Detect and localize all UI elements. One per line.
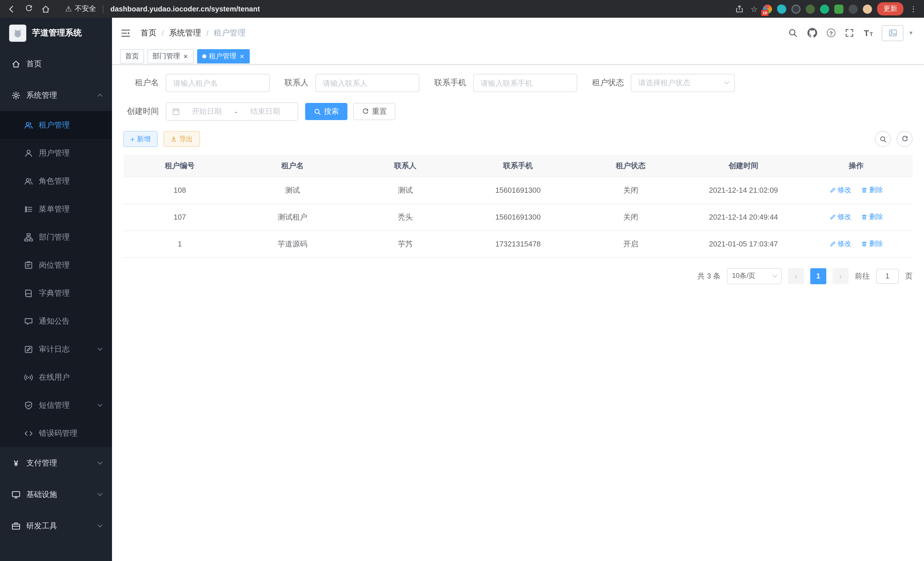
- delete-link[interactable]: 删除: [861, 212, 883, 222]
- sidebar-item-post-management[interactable]: 岗位管理: [0, 251, 112, 279]
- breadcrumb-separator: /: [206, 28, 208, 38]
- extension-icon-3[interactable]: [791, 4, 801, 14]
- sidebar: 芋道管理系统 首页 系统管理 租户管理 用户管理: [0, 18, 112, 561]
- extension-icon-2[interactable]: [777, 4, 786, 14]
- create-time-range-picker[interactable]: 开始日期 - 结束日期: [166, 102, 298, 121]
- avatar[interactable]: [882, 25, 904, 41]
- extension-icon-8[interactable]: [863, 4, 872, 14]
- edit-link[interactable]: 修改: [830, 212, 851, 222]
- reset-button[interactable]: 重置: [353, 103, 395, 120]
- sidebar-item-system-management[interactable]: 系统管理: [0, 80, 112, 111]
- extension-icon-5[interactable]: [820, 4, 829, 14]
- cell-created: 2021-12-14 20:49:44: [687, 204, 800, 230]
- sidebar-item-dept-management[interactable]: 部门管理: [0, 223, 112, 251]
- browser-menu-icon[interactable]: ⋮: [909, 5, 918, 13]
- col-contact: 联系人: [349, 155, 462, 177]
- export-button[interactable]: 导出: [163, 131, 200, 147]
- tab-dept-management[interactable]: 部门管理 ×: [147, 49, 194, 63]
- col-status: 租户状态: [574, 155, 687, 177]
- sidebar-item-online-users[interactable]: 在线用户: [0, 363, 112, 391]
- status-placeholder: 请选择租户状态: [638, 78, 690, 88]
- contact-input[interactable]: [315, 74, 419, 92]
- delete-link[interactable]: 删除: [861, 239, 883, 249]
- page-size-select[interactable]: 10条/页: [727, 268, 782, 284]
- book-icon: [24, 289, 33, 298]
- tenant-name-input[interactable]: [166, 74, 270, 92]
- extension-icon-6[interactable]: [834, 4, 843, 14]
- sidebar-item-label: 短信管理: [39, 400, 70, 410]
- sidebar-item-role-management[interactable]: 角色管理: [0, 167, 112, 195]
- close-icon[interactable]: ×: [183, 52, 188, 60]
- font-size-icon[interactable]: TT: [864, 29, 873, 37]
- extension-icon-1[interactable]: 10: [763, 4, 772, 14]
- phone-input[interactable]: [473, 74, 577, 92]
- users-icon: [24, 120, 33, 129]
- back-icon[interactable]: [6, 3, 17, 15]
- sidebar-item-label: 用户管理: [39, 148, 70, 158]
- fullscreen-icon[interactable]: [844, 28, 855, 38]
- breadcrumb-home[interactable]: 首页: [141, 28, 157, 38]
- caret-down-icon[interactable]: ▾: [909, 29, 913, 37]
- toggle-search-button[interactable]: [875, 131, 891, 147]
- chevron-down-icon: [98, 346, 103, 351]
- tab-tenant-management[interactable]: 租户管理 ×: [197, 49, 250, 63]
- cell-id: 1: [123, 230, 236, 257]
- divider: [103, 5, 104, 13]
- status-select[interactable]: 请选择租户状态: [631, 74, 735, 92]
- extension-badge: 10: [761, 10, 769, 16]
- sidebar-item-sms-management[interactable]: 短信管理: [0, 391, 112, 419]
- delete-link[interactable]: 删除: [861, 185, 883, 195]
- sidebar-item-error-code-management[interactable]: 错误码管理: [0, 419, 112, 447]
- next-page-button[interactable]: ›: [832, 268, 849, 284]
- reload-icon[interactable]: [23, 3, 34, 15]
- sidebar-toggle-icon[interactable]: [120, 27, 131, 39]
- bookmark-star-icon[interactable]: ☆: [751, 4, 758, 14]
- sidebar-item-menu-management[interactable]: 菜单管理: [0, 195, 112, 223]
- sidebar-item-home[interactable]: 首页: [0, 48, 112, 80]
- chevron-down-icon: [772, 272, 777, 278]
- sidebar-item-dict-management[interactable]: 字典管理: [0, 279, 112, 307]
- org-tree-icon: [24, 232, 33, 242]
- sidebar-item-audit-log[interactable]: 审计日志: [0, 335, 112, 363]
- extension-icon-7[interactable]: [849, 4, 858, 14]
- github-icon[interactable]: [807, 28, 818, 38]
- top-navbar: 首页 / 系统管理 / 租户管理 ?: [112, 18, 924, 48]
- search-icon[interactable]: [788, 28, 798, 38]
- prev-page-button[interactable]: ‹: [788, 268, 804, 284]
- sidebar-item-payment-management[interactable]: ¥ 支付管理: [0, 447, 112, 479]
- edit-link[interactable]: 修改: [830, 239, 851, 249]
- edit-link[interactable]: 修改: [830, 185, 851, 195]
- col-tenant-id: 租户编号: [123, 155, 236, 177]
- col-phone: 联系手机: [462, 155, 574, 177]
- sidebar-item-infrastructure[interactable]: 基础设施: [0, 479, 112, 510]
- home-icon[interactable]: [40, 3, 51, 15]
- add-button[interactable]: + 新增: [123, 131, 158, 147]
- page-1-button[interactable]: 1: [810, 268, 826, 284]
- help-icon[interactable]: ?: [827, 29, 836, 37]
- security-indicator[interactable]: ⚠ 不安全: [65, 4, 96, 14]
- sidebar-item-dev-tools[interactable]: 研发工具: [0, 510, 112, 541]
- extension-icon-4[interactable]: [806, 4, 815, 14]
- sidebar-item-notice[interactable]: 通知公告: [0, 307, 112, 335]
- status-label: 租户状态: [592, 78, 624, 88]
- contact-label: 联系人: [285, 78, 309, 88]
- close-icon[interactable]: ×: [239, 52, 244, 60]
- breadcrumb-system[interactable]: 系统管理: [169, 28, 201, 38]
- sidebar-item-tenant-management[interactable]: 租户管理: [0, 111, 112, 139]
- cell-actions: 修改 删除: [800, 230, 913, 257]
- goto-page-input[interactable]: [876, 268, 899, 283]
- logo[interactable]: 芋道管理系统: [0, 18, 112, 48]
- address-bar[interactable]: dashboard.yudao.iocoder.cn/system/tenant: [110, 5, 260, 13]
- refresh-button[interactable]: [897, 131, 913, 147]
- tenant-name-label: 租户名: [123, 78, 159, 88]
- search-button[interactable]: 搜索: [305, 103, 347, 120]
- calendar-icon: [172, 108, 180, 116]
- cell-status: 开启: [574, 230, 687, 257]
- cell-created: 2021-01-05 17:03:47: [687, 230, 800, 257]
- share-icon[interactable]: [734, 3, 746, 15]
- breadcrumb-current: 租户管理: [214, 28, 246, 38]
- tab-home[interactable]: 首页: [120, 49, 144, 63]
- toolbox-icon: [11, 521, 21, 530]
- browser-update-button[interactable]: 更新: [877, 2, 903, 15]
- sidebar-item-user-management[interactable]: 用户管理: [0, 139, 112, 167]
